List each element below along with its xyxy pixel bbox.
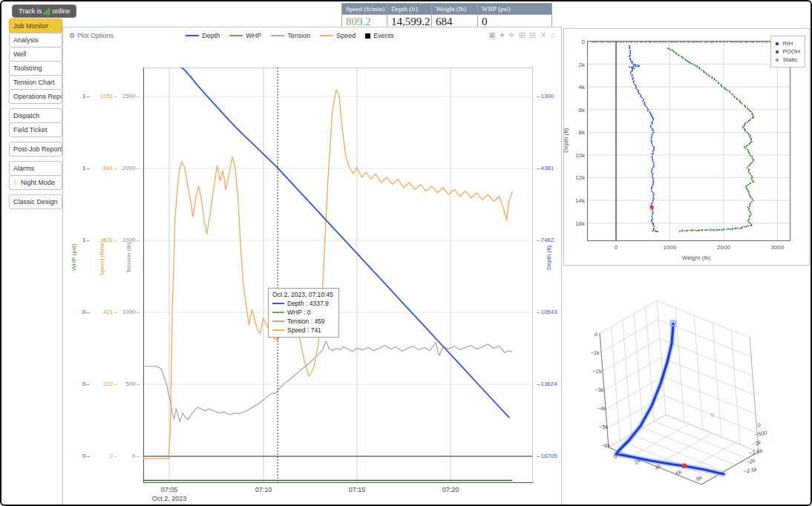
sidebar-item-night-mode[interactable]: ☾Night Mode — [9, 175, 62, 190]
x-axis-tick: 07:15 — [335, 486, 379, 493]
legend-dot-swatch — [776, 50, 779, 53]
svg-text:−6k: −6k — [601, 442, 611, 449]
sidebar-group: Post-Job Report — [9, 142, 62, 157]
pan-icon[interactable]: ✛ — [508, 30, 514, 40]
scatter-legend-item-static[interactable]: Static — [776, 56, 800, 63]
scatter-y-tick: 2k — [567, 62, 585, 68]
tooltip-swatch — [272, 329, 284, 331]
sidebar-group: Classic Design — [9, 194, 62, 209]
axis-tick: 0 — [114, 453, 140, 459]
track-status-button[interactable]: Track is online — [12, 4, 76, 18]
scatter-x-tick: 2000 — [711, 244, 736, 251]
legend-dot-swatch — [776, 42, 779, 45]
scatter-y-tick: 12k — [567, 174, 585, 181]
svg-text:−3k: −3k — [595, 387, 604, 393]
svg-text:−5k: −5k — [599, 424, 609, 430]
sidebar-item-job-monitor[interactable]: Job Monitor — [9, 19, 62, 33]
stat-header: Weight (lb) — [432, 4, 477, 15]
sidebar-item-label: Dispatch — [13, 112, 39, 119]
axis-tick: 1 — [76, 93, 90, 99]
svg-text:−500: −500 — [754, 429, 768, 438]
scatter-y-tick: 14k — [567, 197, 585, 204]
weight-depth-plot[interactable] — [587, 41, 790, 241]
sidebar-item-well[interactable]: Well — [9, 47, 62, 62]
tooltip-row: Depth : 4337.9 — [272, 300, 333, 307]
tooltip-text: WHP : 0 — [287, 309, 311, 316]
sidebar-item-label: Night Mode — [21, 179, 55, 186]
job-monitor-chart-panel: ⚙ Plot Options DepthWHPTensionSpeedEvent… — [62, 27, 562, 506]
signal-icon — [44, 8, 50, 15]
tooltip-row: WHP : 0 — [272, 309, 333, 316]
legend-label: Events — [373, 32, 394, 39]
sidebar-item-post-job-report[interactable]: Post-Job Report — [9, 142, 62, 157]
legend-line-swatch — [320, 35, 333, 36]
svg-text:−2k: −2k — [746, 457, 757, 465]
zoom-icon[interactable]: ⌖ — [500, 30, 504, 40]
sidebar-nav: Job MonitorAnalysisWellToolstringTension… — [9, 19, 62, 214]
stat-header: WHP (psi) — [478, 4, 551, 15]
axis-tick: 2000 — [114, 165, 140, 171]
x-axis-tick: 07:05 — [147, 486, 191, 493]
autoscale-icon[interactable]: ✕ — [540, 30, 546, 40]
well-path-3d-plot[interactable]: N0−1k−2k−3k−4k−5k−6k02k4k6k8k0−500−1k−1.… — [563, 267, 810, 506]
camera-icon[interactable]: ▣ — [488, 30, 496, 40]
track-status-label: online — [52, 7, 70, 15]
sidebar-item-label: Toolstring — [13, 65, 42, 72]
legend-item-events[interactable]: Events — [365, 32, 394, 39]
scatter-y-tick: 4k — [567, 84, 585, 91]
track-label: Track is — [19, 7, 42, 15]
axis-tick: 16705 — [537, 453, 566, 459]
sidebar-item-label: Tension Chart — [13, 79, 55, 86]
legend-square-swatch — [365, 33, 370, 39]
sidebar-item-field-ticket[interactable]: Field Ticket — [9, 122, 62, 137]
sidebar-item-analysis[interactable]: Analysis — [9, 33, 62, 47]
scatter-legend: RIHPOOHStatic — [770, 36, 805, 68]
sidebar-item-alarms[interactable]: Alarms — [9, 161, 62, 176]
tooltip-title: Oct 2, 2023, 07:10:45 — [272, 291, 333, 298]
scatter-legend-item-pooh[interactable]: POOH — [776, 48, 800, 55]
legend-item-depth[interactable]: Depth — [186, 32, 220, 39]
axis-tick: 0 — [76, 381, 90, 387]
scatter-x-tick: 3000 — [765, 244, 790, 251]
sidebar-item-label: Alarms — [13, 165, 34, 172]
axis-tick: 1 — [76, 237, 90, 243]
legend-item-tension[interactable]: Tension — [271, 32, 310, 39]
svg-text:−1k: −1k — [751, 439, 762, 447]
scatter-y-tick: 6k — [567, 107, 585, 114]
zoom-out-icon[interactable]: ⊟ — [529, 30, 536, 40]
tooltip-swatch — [272, 303, 284, 304]
chart-legend: DepthWHPTensionSpeedEvents — [63, 32, 517, 39]
sidebar-item-dispatch[interactable]: Dispatch — [9, 108, 62, 123]
scatter-y-tick: 0 — [567, 39, 585, 45]
sidebar-item-classic-design[interactable]: Classic Design — [9, 194, 62, 209]
zoom-in-icon[interactable]: ⊞ — [519, 30, 525, 40]
reset-axes-icon[interactable]: ⌂ — [550, 30, 555, 40]
chart-modebar: ▣⌖✛⊞⊟✕⌂ — [488, 30, 555, 40]
legend-line-swatch — [186, 35, 199, 36]
scatter-x-tick: 1000 — [658, 244, 683, 251]
tooltip-text: Tension : 459 — [287, 318, 325, 325]
tooltip-row: Tension : 459 — [272, 318, 333, 325]
legend-item-whp[interactable]: WHP — [229, 32, 261, 39]
scatter-xlabel: Weight (lb) — [667, 254, 726, 261]
svg-text:0: 0 — [595, 331, 597, 338]
time-series-plot[interactable] — [143, 68, 533, 483]
stat-header: Depth (ft) — [387, 4, 431, 15]
axis-tick: 1300 — [537, 93, 566, 99]
scatter-x-tick: 0 — [603, 244, 629, 251]
sidebar-item-toolstring[interactable]: Toolstring — [9, 61, 62, 76]
sidebar-item-label: Analysis — [13, 36, 39, 44]
legend-label: Tension — [287, 32, 310, 39]
stat-header: Speed (ft/min) — [342, 4, 387, 15]
tooltip-swatch — [272, 312, 284, 313]
whp-axis-title: WHP (psi) — [71, 206, 77, 309]
sidebar-item-operations-report[interactable]: Operations Report — [9, 89, 62, 104]
scatter-legend-item-rih[interactable]: RIH — [776, 40, 800, 47]
tooltip-text: Depth : 4337.9 — [287, 300, 329, 307]
legend-item-speed[interactable]: Speed — [320, 32, 356, 39]
axis-tick: 2500 — [114, 93, 140, 99]
legend-label: RIH — [782, 40, 793, 47]
sidebar-item-tension-chart[interactable]: Tension Chart — [9, 75, 62, 90]
tooltip-text: Speed : 741 — [287, 326, 321, 334]
svg-text:N: N — [710, 412, 714, 418]
